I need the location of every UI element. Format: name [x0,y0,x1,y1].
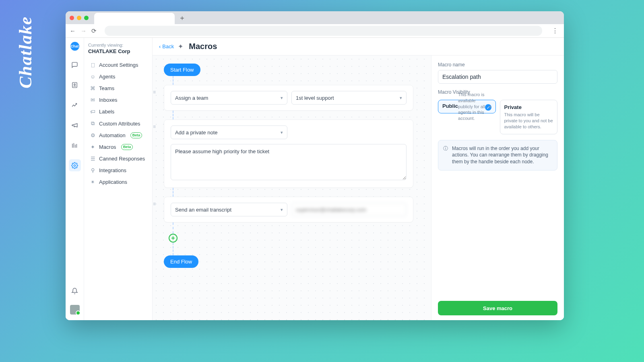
rail-conversations-icon[interactable] [69,59,81,71]
macro-name-label: Macro name [438,62,557,68]
window-close-icon[interactable] [70,16,74,20]
code-icon: ⧉ [90,120,96,127]
integrations-icon: ⚲ [90,167,96,173]
visibility-card-desc: This macro will be private to you and no… [504,112,553,130]
macros-page-icon: ✦ [178,43,183,50]
nav-reload-icon[interactable]: ⟳ [91,27,97,35]
visibility-card-title: Private [504,104,553,110]
rail-contacts-icon[interactable] [69,79,81,91]
select-value: Assign a team [175,95,208,101]
beta-badge: Beta [121,144,133,150]
sidebar-item-macros[interactable]: ✦MacrosBeta [88,141,148,153]
action-select[interactable]: Assign a team [171,91,287,105]
sidebar-item-label: Teams [99,85,114,91]
info-icon: ⓘ [443,145,448,165]
sidebar-item-account-settings[interactable]: ⎕Account Settings [88,59,148,71]
nav-forward-icon: → [80,27,87,34]
browser-window: ＋ ← → ⟳ ⋮ Chat Currently viewing: [66,11,564,320]
check-icon: ✓ [485,104,491,111]
sidebar-item-label: Canned Responses [99,156,145,162]
sidebar-item-automation[interactable]: ⚙AutomationBeta [88,130,148,141]
browser-addressbar: ← → ⟳ ⋮ [66,24,564,38]
rail-reports-icon[interactable] [69,99,81,111]
rail-avatar[interactable] [70,305,80,315]
add-node-button[interactable]: + [169,234,178,243]
sidebar-item-applications[interactable]: ✴Applications [88,176,148,188]
new-tab-button[interactable]: ＋ [177,13,187,23]
svg-point-1 [74,84,76,85]
sidebar-item-integrations[interactable]: ⚲Integrations [88,165,148,176]
sidebar-item-label: Labels [99,109,114,115]
url-input[interactable] [105,26,542,36]
chevron-left-icon: ‹ [159,43,161,49]
info-callout: ⓘ Macros will run in the order you add y… [438,140,557,171]
rail-helpcenter-icon[interactable] [69,139,81,151]
sidebar-item-label: Custom Attributes [99,121,140,127]
drag-handle-icon[interactable]: ≡ [153,89,157,95]
action-select[interactable]: Add a private note [171,125,287,139]
brand-logo: Chatlake [15,16,36,88]
browser-menu-icon[interactable]: ⋮ [550,27,560,35]
flow-node: ≡ Assign a team 1st level support [164,85,413,111]
sidebar-item-label: Agents [99,74,115,80]
nav-back-icon[interactable]: ← [70,27,76,34]
sidebar-item-teams[interactable]: ⌘Teams [88,82,148,94]
sidebar-item-agents[interactable]: ☺Agents [88,71,148,82]
automation-icon: ⚙ [90,132,96,138]
macro-name-input[interactable] [438,70,557,84]
macro-visibility-label: Macro Visibility [438,89,557,95]
back-button[interactable]: ‹Back [159,43,174,49]
svg-point-2 [74,165,75,166]
sidebar-item-label: Automation [99,132,126,138]
people-icon: ☺ [90,74,96,80]
rail-campaigns-icon[interactable] [69,119,81,131]
drag-handle-icon[interactable]: ≡ [153,201,157,207]
action-select[interactable]: Send an email transcript [171,203,287,216]
team-select[interactable]: 1st level support [291,91,407,105]
select-value: Send an email transcript [175,207,231,213]
visibility-private-card[interactable]: Private This macro will be private to yo… [500,100,558,134]
back-label: Back [162,43,174,49]
sidebar-item-canned[interactable]: ☰Canned Responses [88,153,148,165]
sidebar-item-label: Applications [99,179,127,185]
rail-notifications-icon[interactable] [69,285,81,297]
inbox-icon: ✉ [90,97,96,103]
sidebar-item-labels[interactable]: 🏷Labels [88,106,148,117]
app-rail: Chat [66,38,84,320]
info-text: Macros will run in the order you add you… [452,145,552,165]
browser-tabbar: ＋ [66,11,564,24]
visibility-public-card[interactable]: ✓ Public This macro is available publicl… [438,100,496,113]
save-macro-button[interactable]: Save macro [438,301,557,315]
macros-icon: ✦ [90,144,96,150]
rail-settings-icon[interactable] [69,159,81,171]
flow-node: ≡ Add a private note [164,119,413,188]
sidebar-item-label: Account Settings [99,62,138,68]
canned-icon: ☰ [90,156,96,162]
macro-properties-panel: Macro name Macro Visibility ✓ Public Thi… [431,56,564,320]
viewing-account: CHATLAKE Corp [88,48,148,54]
sidebar-item-custom-attributes[interactable]: ⧉Custom Attributes [88,117,148,130]
browser-tab[interactable] [94,13,175,24]
drag-handle-icon[interactable]: ≡ [153,124,157,130]
email-input[interactable] [291,203,407,216]
sidebar-item-label: Integrations [99,167,126,173]
sidebar-item-label: Inboxes [99,97,118,103]
tag-icon: 🏷 [90,109,96,115]
app-logo[interactable]: Chat [70,42,79,51]
viewing-label: Currently viewing: [88,43,148,47]
sidebar-item-label: Macros [99,144,116,150]
flow-node: ≡ Send an email transcript [164,197,413,222]
page-title: Macros [189,42,217,51]
start-flow-pill: Start Flow [164,64,200,76]
select-value: Add a private note [175,130,218,136]
end-flow-pill: End Flow [164,255,198,268]
window-max-icon[interactable] [84,16,89,20]
briefcase-icon: ⎕ [90,62,96,68]
select-value: 1st level support [296,95,334,101]
visibility-card-title: Public [442,103,458,109]
private-note-textarea[interactable] [171,144,407,180]
macro-flow-canvas: Start Flow ≡ Assign a team 1st level sup… [153,56,431,320]
window-min-icon[interactable] [77,16,81,20]
sidebar-item-inboxes[interactable]: ✉Inboxes [88,94,148,106]
apps-icon: ✴ [90,179,96,185]
